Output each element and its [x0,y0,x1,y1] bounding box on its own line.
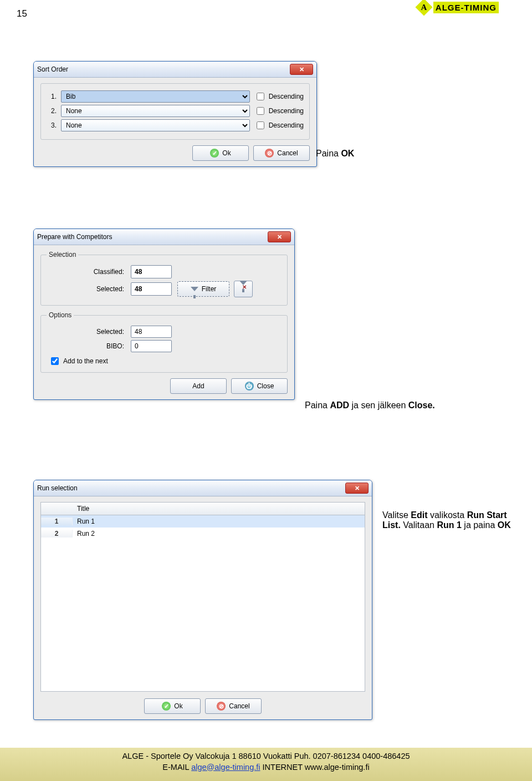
close-button[interactable]: ✕ [345,483,369,494]
footer-email-label: E-MAIL [162,763,191,772]
selected2-label: Selected: [47,328,124,336]
dialog-title-bar: Sort Order ✕ [34,62,316,78]
checkbox[interactable] [257,107,264,115]
classified-label: Classified: [47,268,124,276]
page-number: 15 [17,8,27,19]
column-header-title[interactable]: Title [73,505,365,513]
clear-filter-button[interactable]: ✕ [234,281,253,297]
run-table: Title 1 Run 1 2 Run 2 [40,502,365,692]
logo-diamond: A [415,0,432,16]
checkbox[interactable] [257,93,264,100]
cancel-icon: ⊘ [217,702,226,711]
funnel-icon [191,287,198,291]
button-label: Add [192,382,204,390]
selected2-input[interactable] [131,326,172,338]
dialog-title: Sort Order [37,65,290,73]
table-row[interactable]: 2 Run 2 [41,528,365,540]
dialog-title: Run selection [37,484,345,492]
selection-legend: Selection [47,251,78,258]
checkbox[interactable] [51,357,59,365]
add-to-next-checkbox[interactable]: Add to the next [49,356,282,367]
page-footer: ALGE - Sportele Oy Valcokuja 1 88610 Vuo… [0,748,532,781]
footer-email-link[interactable]: alge@alge-timing.fi [191,763,260,772]
close-icon: ✕ [355,485,360,492]
row-title: Run 2 [73,530,365,537]
button-label: Ok [222,149,231,157]
ok-button[interactable]: ✓Ok [144,698,201,714]
sort-order-dialog: Sort Order ✕ 1. Bib Descending 2. None D… [33,61,317,167]
run-selection-dialog: Run selection ✕ Title 1 Run 1 2 Run 2 ✓O… [33,480,372,720]
checkbox-label: Descending [269,107,304,115]
row-title: Run 1 [73,518,365,525]
sort-row-number: 1. [47,93,57,100]
checkbox-label: Add to the next [63,357,108,365]
descending-3[interactable]: Descending [254,120,304,131]
ok-button[interactable]: ✓Ok [192,145,249,161]
bibo-label: BIBO: [47,342,124,350]
caption-paina-add: Paina ADD ja sen jälkeen Close. [305,400,504,410]
table-row[interactable]: 1 Run 1 [41,515,365,528]
dialog-title: Prepare with Competitors [37,233,268,241]
dialog-title-bar: Run selection ✕ [34,480,372,496]
cancel-button[interactable]: ⊘Cancel [205,698,262,714]
prepare-competitors-dialog: Prepare with Competitors ✕ Selection Cla… [33,229,295,400]
sort-row-number: 3. [47,121,57,129]
checkbox-label: Descending [269,121,304,129]
close-button[interactable]: ⏻Close [231,378,288,394]
row-number: 1 [41,518,73,525]
close-icon: ✕ [299,66,304,73]
ok-icon: ✓ [210,149,219,158]
logo-letter: A [421,3,427,12]
button-label: Ok [174,702,182,710]
add-button[interactable]: Add [170,378,227,394]
caption-paina-ok: Paina OK [316,149,354,159]
close-button[interactable]: ✕ [290,64,313,75]
sort-field-3[interactable]: None [61,119,250,131]
button-label: Filter [202,285,217,293]
filter-button[interactable]: Filter [177,281,229,297]
selected-label: Selected: [47,285,124,293]
sort-field-1[interactable]: Bib [61,90,250,103]
cancel-button[interactable]: ⊘Cancel [253,145,310,161]
options-legend: Options [47,311,74,319]
close-button[interactable]: ✕ [268,231,291,242]
button-label: Close [257,382,274,390]
close-icon: ✕ [277,234,282,241]
classified-value: 48 [131,265,172,278]
cancel-icon: ⊘ [265,149,274,158]
selected-value: 48 [131,282,172,296]
bibo-input[interactable] [131,340,172,352]
funnel-clear-icon: ✕ [239,285,247,293]
checkbox-label: Descending [269,93,304,100]
button-label: Cancel [229,702,249,710]
ok-icon: ✓ [162,702,171,711]
sort-row-number: 2. [47,107,57,115]
dialog-title-bar: Prepare with Competitors ✕ [34,229,294,245]
row-number: 2 [41,530,73,537]
descending-1[interactable]: Descending [254,91,304,102]
footer-internet: INTERNET www.alge-timing.fi [260,763,370,772]
checkbox[interactable] [257,121,264,129]
brand-text: ALGE-TIMING [433,2,499,13]
button-label: Cancel [277,149,298,157]
sort-field-2[interactable]: None [61,105,250,117]
footer-line-1: ALGE - Sportele Oy Valcokuja 1 88610 Vuo… [0,751,532,762]
caption-edit-run: Valitse Edit valikosta Run Start List. V… [382,510,521,530]
power-icon: ⏻ [245,382,254,390]
brand-logo: A ALGE-TIMING [418,1,499,13]
descending-2[interactable]: Descending [254,105,304,116]
